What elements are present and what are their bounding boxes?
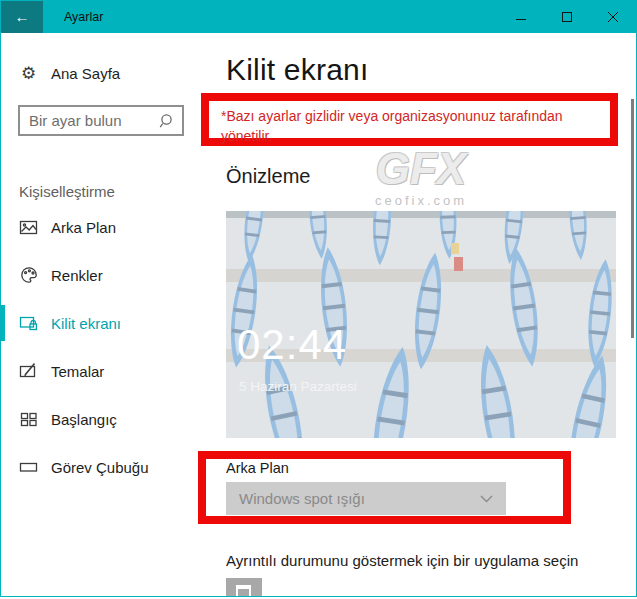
section-header: Kişiselleştirme <box>19 183 115 200</box>
maximize-button[interactable] <box>544 1 590 33</box>
maximize-icon <box>561 11 573 23</box>
scrollbar-thumb[interactable] <box>631 99 634 338</box>
start-layout-icon <box>19 410 38 428</box>
watermark: GFX ceofix.com <box>331 147 511 208</box>
gear-icon: ⚙ <box>19 64 38 82</box>
sidebar-item-start[interactable]: Başlangıç <box>1 401 201 437</box>
managed-settings-annotation: *Bazı ayarlar gizlidir veya organizasyon… <box>201 93 618 146</box>
background-dropdown-value: Windows spot ışığı <box>239 490 365 507</box>
page-title: Kilit ekranı <box>226 53 368 87</box>
detailed-status-app-button[interactable] <box>226 578 262 597</box>
sidebar-item-lock-screen[interactable]: Kilit ekranı <box>1 305 201 341</box>
search-input[interactable] <box>20 112 158 129</box>
background-label: Arka Plan <box>226 460 563 476</box>
title-bar: ← Ayarlar <box>1 1 636 33</box>
watermark-site: ceofix.com <box>331 193 511 208</box>
sidebar-item-background[interactable]: Arka Plan <box>1 209 201 245</box>
background-annotation: Arka Plan Windows spot ışığı <box>198 451 571 524</box>
sidebar-item-label: Temalar <box>51 363 104 380</box>
window-controls <box>498 1 636 33</box>
sidebar: ⚙ Ana Sayfa Kişiselleştirme Arka Plan Re… <box>1 33 201 596</box>
sidebar-item-home[interactable]: ⚙ Ana Sayfa <box>1 55 201 91</box>
sidebar-item-label: Arka Plan <box>51 219 116 236</box>
back-button[interactable]: ← <box>1 1 43 33</box>
minimize-button[interactable] <box>498 1 544 33</box>
calendar-icon <box>236 585 251 597</box>
preview-clock-date: 5 Haziran Pazartesi <box>239 379 357 394</box>
sidebar-item-label: Ana Sayfa <box>51 65 120 82</box>
lock-screen-preview: 02:44 5 Haziran Pazartesi <box>226 211 616 438</box>
taskbar-icon <box>19 458 38 476</box>
background-dropdown: Windows spot ışığı <box>226 482 506 515</box>
sidebar-item-colors[interactable]: Renkler <box>1 257 201 293</box>
back-arrow-icon: ← <box>15 8 30 25</box>
themes-icon <box>19 362 38 380</box>
preview-clock-time: 02:44 <box>237 321 347 369</box>
close-icon <box>607 11 619 23</box>
search-box <box>18 105 184 136</box>
main-content: Kilit ekranı *Bazı ayarlar gizlidir veya… <box>201 33 636 596</box>
sidebar-item-taskbar[interactable]: Görev Çubuğu <box>1 449 201 485</box>
close-button[interactable] <box>590 1 636 33</box>
settings-window: ← Ayarlar ⚙ Ana Sayfa Kişiselleşt <box>0 0 637 597</box>
sidebar-item-label: Renkler <box>51 267 103 284</box>
sidebar-item-themes[interactable]: Temalar <box>1 353 201 389</box>
chevron-down-icon <box>480 495 493 503</box>
sidebar-item-label: Görev Çubuğu <box>51 459 149 476</box>
managed-settings-warning: *Bazı ayarlar gizlidir veya organizasyon… <box>209 101 610 147</box>
window-title: Ayarlar <box>64 1 103 33</box>
minimize-icon <box>515 11 527 23</box>
watermark-logo: GFX <box>331 147 511 191</box>
image-icon <box>19 218 38 236</box>
search-icon[interactable] <box>158 113 174 129</box>
detailed-status-text: Ayrıntılı durumunu göstermek için bir uy… <box>226 552 578 569</box>
selected-item-accent <box>1 305 5 341</box>
palette-icon <box>19 266 38 284</box>
lock-screen-icon <box>19 314 38 332</box>
preview-heading: Önizleme <box>226 165 310 188</box>
sidebar-item-label: Kilit ekranı <box>51 315 121 332</box>
sidebar-item-label: Başlangıç <box>51 411 117 428</box>
